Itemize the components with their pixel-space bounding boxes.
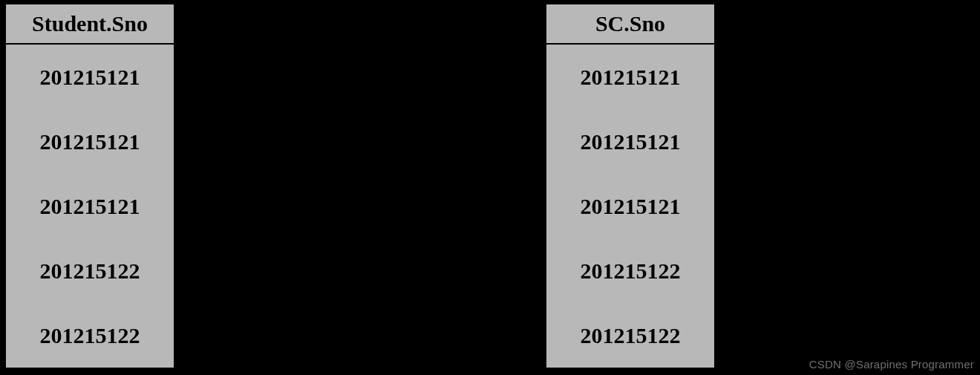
student-sno-table: Student.Sno 201215121 201215121 20121512… (4, 3, 175, 369)
table-row: 201215122 (546, 303, 714, 368)
sc-sno-header: SC.Sno (546, 4, 714, 45)
table-row: 201215121 (546, 174, 714, 238)
table-row: 201215121 (6, 174, 174, 238)
table-row: 201215121 (546, 109, 714, 174)
table-row: 201215121 (6, 109, 174, 174)
table-row: 201215122 (6, 238, 174, 303)
table-row: 201215122 (546, 238, 714, 303)
student-sno-header: Student.Sno (6, 4, 174, 45)
watermark-text: CSDN @Sarapines Programmer (809, 358, 974, 371)
table-row: 201215122 (6, 303, 174, 368)
table-row: 201215121 (546, 45, 714, 109)
sc-sno-table: SC.Sno 201215121 201215121 201215121 201… (545, 3, 716, 369)
table-row: 201215121 (6, 45, 174, 109)
